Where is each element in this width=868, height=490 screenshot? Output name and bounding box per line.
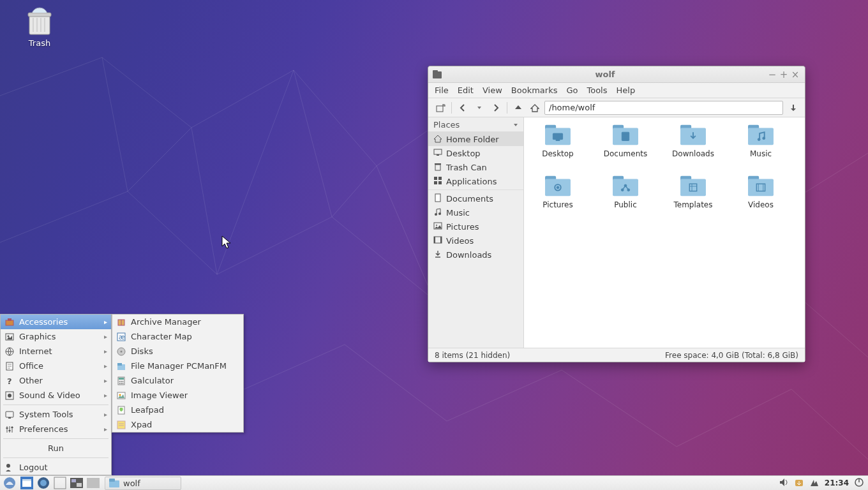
svg-point-61 — [435, 213, 437, 216]
places-sidebar[interactable]: Places Home FolderDesktopTrash CanApplic… — [428, 117, 524, 348]
places-header[interactable]: Places — [428, 117, 523, 132]
submenu-character-map[interactable]: æ Character Map — [112, 329, 243, 344]
place-trash-can[interactable]: Trash Can — [428, 160, 523, 174]
svg-text:?: ? — [7, 376, 12, 386]
menu-tools[interactable]: Tools — [587, 85, 607, 95]
menubar[interactable]: FileEditViewBookmarksGoToolsHelp — [428, 83, 805, 98]
back-button[interactable] — [456, 101, 470, 115]
forward-button[interactable] — [489, 101, 503, 115]
system-tray[interactable]: 21:34 — [779, 477, 868, 489]
svg-rect-1 — [28, 13, 51, 17]
menu-graphics[interactable]: Graphics▸ — [1, 329, 111, 344]
submenu-image-viewer[interactable]: Image Viewer — [112, 388, 243, 403]
maximize-button[interactable]: + — [778, 69, 789, 80]
location-input[interactable] — [549, 103, 779, 112]
workspace-1-button[interactable] — [69, 477, 84, 490]
taskbar[interactable]: wolf 21:34 — [0, 475, 868, 490]
application-menu[interactable]: Accessories▸ Graphics▸ Internet▸ Office▸… — [0, 314, 112, 475]
up-button[interactable] — [511, 101, 525, 115]
menu-logout[interactable]: Logout — [1, 460, 111, 475]
history-dropdown-button[interactable] — [472, 101, 486, 115]
folder-videos[interactable]: Videos — [736, 174, 786, 209]
location-bar[interactable] — [544, 101, 783, 115]
network-icon[interactable] — [809, 477, 819, 489]
bookmark-documents[interactable]: Documents — [428, 191, 523, 205]
bookmark-downloads[interactable]: Downloads — [428, 248, 523, 262]
launcher-filemanager[interactable] — [19, 477, 34, 490]
folder-downloads[interactable]: Downloads — [668, 122, 718, 158]
start-menu-button[interactable] — [1, 477, 18, 490]
logout-icon — [4, 463, 15, 473]
menu-help[interactable]: Help — [617, 85, 636, 95]
home-button[interactable] — [528, 101, 542, 115]
bookmark-label: Videos — [446, 236, 474, 246]
folder-public[interactable]: Public — [601, 174, 650, 209]
menu-file[interactable]: File — [435, 85, 449, 95]
place-home-folder[interactable]: Home Folder — [428, 132, 523, 146]
bookmark-pictures[interactable]: Pictures — [428, 219, 523, 234]
menu-separator — [3, 457, 108, 458]
svg-point-82 — [758, 138, 760, 141]
toolbar[interactable] — [428, 98, 805, 117]
accessories-submenu[interactable]: Archive Manageræ Character Map Disks Fil… — [112, 314, 244, 433]
other-icon: ? — [4, 376, 15, 386]
menu-run[interactable]: Run — [1, 441, 111, 456]
menu-other[interactable]: ? Other▸ — [1, 373, 111, 388]
new-tab-button[interactable] — [433, 101, 447, 115]
svg-rect-106 — [22, 479, 31, 481]
power-icon[interactable] — [854, 477, 864, 489]
desktop[interactable]: Trash Accessories▸ Graphics▸ Internet▸ O… — [0, 0, 868, 490]
menu-accessories[interactable]: Accessories▸ — [1, 315, 111, 329]
place-desktop[interactable]: Desktop — [428, 146, 523, 160]
bookmark-music[interactable]: Music — [428, 205, 523, 219]
submenu-disks[interactable]: Disks — [112, 344, 243, 359]
menu-go[interactable]: Go — [566, 85, 578, 95]
submenu-filemanager[interactable]: File Manager PCManFM — [112, 359, 243, 373]
folder-templates[interactable]: Templates — [668, 174, 718, 209]
bookmark-icon — [433, 221, 442, 232]
go-button[interactable] — [786, 101, 800, 115]
submenu-leafpad[interactable]: Leafpad — [112, 403, 243, 417]
folder-desktop[interactable]: Desktop — [533, 122, 583, 158]
bookmark-videos[interactable]: Videos — [428, 234, 523, 248]
menu-preferences[interactable]: Preferences▸ — [1, 422, 111, 436]
folder-label: Pictures — [542, 200, 573, 209]
folder-music[interactable]: Music — [736, 122, 786, 158]
svg-text:æ: æ — [119, 334, 125, 341]
desktop-trash[interactable]: Trash — [14, 6, 65, 48]
menu-bookmarks[interactable]: Bookmarks — [511, 85, 558, 95]
svg-rect-71 — [556, 140, 560, 141]
folder-icon — [542, 174, 573, 198]
menu-system-tools[interactable]: System Tools▸ — [1, 407, 111, 422]
menu-internet[interactable]: Internet▸ — [1, 344, 111, 359]
show-desktop-button[interactable] — [52, 477, 68, 490]
bookmark-icon — [433, 207, 442, 218]
file-manager-window[interactable]: wolf − + × FileEditViewBookmarksGoToolsH… — [428, 66, 805, 362]
folder-documents[interactable]: Documents — [601, 122, 650, 158]
submenu-galculator[interactable]: Galculator — [112, 373, 243, 388]
volume-icon[interactable] — [779, 477, 789, 489]
launcher-browser[interactable] — [36, 477, 51, 490]
place-label: Desktop — [446, 149, 481, 158]
taskbar-task-wolf[interactable]: wolf — [105, 477, 181, 490]
clock[interactable]: 21:34 — [825, 479, 849, 487]
menu-label: Preferences — [19, 424, 68, 434]
close-button[interactable]: × — [789, 69, 801, 80]
menu-sound-video[interactable]: Sound & Video▸ — [1, 388, 111, 403]
chevron-right-icon: ▸ — [104, 377, 107, 384]
updates-icon[interactable] — [794, 477, 804, 489]
chevron-right-icon: ▸ — [104, 318, 107, 325]
minimize-button[interactable]: − — [767, 69, 778, 80]
place-applications[interactable]: Applications — [428, 174, 523, 188]
svg-point-9 — [8, 335, 10, 337]
menu-edit[interactable]: Edit — [458, 85, 474, 95]
submenu-archive-manager[interactable]: Archive Manager — [112, 315, 243, 329]
menu-view[interactable]: View — [483, 85, 502, 95]
svg-rect-115 — [109, 479, 115, 482]
window-titlebar[interactable]: wolf − + × — [428, 66, 805, 83]
workspace-2-button[interactable] — [86, 477, 101, 490]
folder-view[interactable]: Desktop Documents Downloads Music Pictur… — [524, 117, 805, 348]
submenu-xpad[interactable]: Xpad — [112, 417, 243, 432]
folder-pictures[interactable]: Pictures — [533, 174, 583, 209]
menu-office[interactable]: Office▸ — [1, 359, 111, 373]
